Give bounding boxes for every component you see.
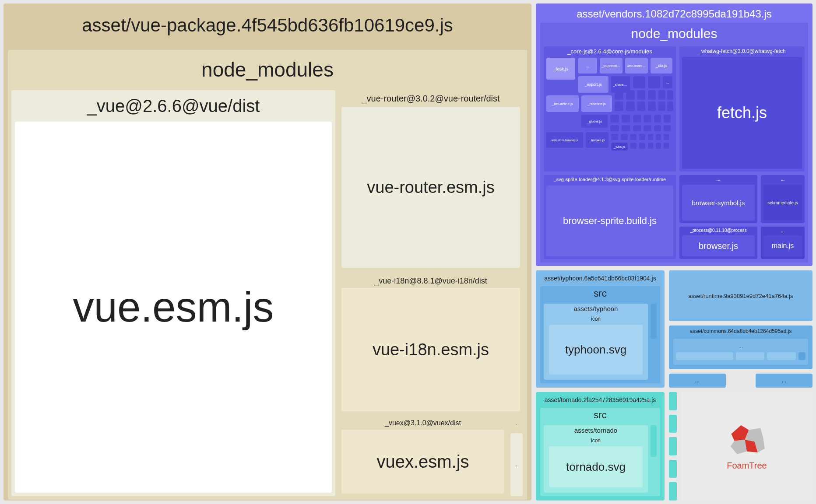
small-cell[interactable] (615, 102, 623, 111)
assets-typhoon[interactable]: assets/typhoon icon typhoon.svg (544, 304, 648, 380)
file-task[interactable]: _task.js (546, 58, 575, 80)
small-cell[interactable] (621, 134, 628, 140)
small-cell[interactable] (667, 90, 673, 100)
small-cell[interactable] (656, 134, 661, 140)
small-cell[interactable] (639, 134, 645, 140)
file-redefine[interactable]: _redefine.js (581, 95, 612, 112)
vue-i18n-dist[interactable]: _vue-i18n@8.8.1@vue-i18n/dist vue-i18n.e… (339, 274, 523, 414)
small-cell[interactable] (658, 90, 665, 100)
chunk-runtime[interactable]: asset/runtime.9a93891e9d72e41a764a.js (669, 270, 812, 321)
file-iter-define[interactable]: _iter-define.js (546, 95, 579, 112)
small-cell[interactable] (654, 125, 661, 131)
small-cell[interactable] (622, 125, 630, 131)
small-cell[interactable] (633, 76, 645, 88)
small-cell[interactable] (664, 143, 669, 149)
chunk-vendors[interactable]: asset/vendors.1082d72c8995da191b43.js no… (536, 4, 812, 266)
file-toprim[interactable]: _to-primitive.js (600, 58, 623, 74)
file-webtimers[interactable]: web.timers.js (625, 58, 648, 74)
small-cell[interactable] (767, 352, 795, 360)
small-cell[interactable] (637, 90, 645, 100)
more-cell[interactable]: ... (510, 417, 523, 430)
small-cell[interactable] (633, 125, 641, 131)
small-cell[interactable] (658, 102, 665, 111)
small-cell[interactable] (610, 115, 619, 122)
chunk-vue-package[interactable]: asset/vue-package.4f545bd636fb10619ce9.j… (4, 4, 531, 500)
assets-tornado[interactable]: assets/tornado icon tornado.svg (544, 425, 648, 493)
src[interactable]: src assets/tornado icon tornado.svg (540, 408, 660, 496)
chunk-tiny-1[interactable]: ... (669, 374, 726, 388)
file-wks[interactable]: _wks.js (611, 143, 628, 150)
file-ctx[interactable]: _ctx.js (651, 58, 672, 74)
small-cell[interactable] (648, 102, 656, 111)
file-webdom[interactable]: web.dom.iterable.js (546, 132, 583, 148)
small-cell[interactable] (676, 352, 733, 360)
small-cell[interactable] (648, 90, 656, 100)
small-fill[interactable] (546, 150, 673, 169)
file-tornado-svg[interactable]: tornado.svg (549, 446, 643, 487)
icon-folder[interactable]: icon tornado.svg (546, 437, 645, 490)
file-export[interactable]: _export.js (578, 76, 608, 93)
file-vue-esm[interactable]: vue.esm.js (15, 122, 332, 493)
small-cell[interactable] (622, 115, 630, 122)
file-typhoon-svg[interactable]: typhoon.svg (549, 325, 643, 374)
small-cell[interactable] (615, 90, 623, 100)
file-fetch[interactable]: fetch.js (682, 57, 802, 169)
file-browser-sprite[interactable]: browser-sprite.build.js (546, 186, 673, 256)
small-cell[interactable] (639, 143, 645, 149)
file-main[interactable]: main.js (763, 235, 802, 256)
small-cell[interactable] (648, 143, 653, 149)
file-global[interactable]: _global.js (581, 115, 608, 128)
node-modules[interactable]: node_modules _core-js@2.6.4@core-js/modu… (540, 23, 808, 262)
file-browser-symbol[interactable]: browser-symbol.js (682, 185, 755, 220)
file-vuex-esm[interactable]: vuex.esm.js (341, 430, 504, 494)
small-cell[interactable] (654, 115, 661, 122)
more-cell[interactable]: ... (510, 433, 523, 496)
wrap-setimmediate[interactable]: ... setimmediate.js (761, 175, 805, 223)
small-cell[interactable] (626, 102, 635, 111)
small-cell[interactable] (651, 425, 657, 457)
svg-sprite-loader[interactable]: _svg-sprite-loader@4.1.3@svg-sprite-load… (544, 175, 676, 259)
small-cell[interactable] (644, 125, 651, 131)
more-cell[interactable]: ... (663, 76, 672, 88)
chunk-tiny-2[interactable]: ... (756, 374, 812, 388)
more-cell[interactable]: ... (578, 58, 597, 74)
commons-inner[interactable]: ... (673, 339, 808, 365)
small-cell[interactable] (656, 143, 661, 149)
file-invoke[interactable]: _invoke.js (586, 132, 608, 148)
small-cell[interactable] (644, 115, 651, 122)
file-i18n-esm[interactable]: vue-i18n.esm.js (341, 288, 520, 411)
small-cell[interactable] (648, 76, 660, 88)
small-cell[interactable] (736, 352, 764, 360)
vue-router-dist[interactable]: _vue-router@3.0.2@vue-router/dist vue-ro… (339, 90, 523, 270)
small-cell[interactable] (798, 352, 805, 360)
icon-folder[interactable]: icon typhoon.svg (546, 315, 645, 377)
src[interactable]: src assets/typhoon icon typhoon.svg (540, 286, 660, 383)
small-cell[interactable] (651, 341, 657, 380)
small-cell[interactable] (610, 125, 619, 131)
chunk-typhoon[interactable]: asset/typhoon.6a5c641db66bc03f1904.js sr… (536, 270, 665, 388)
small-cell[interactable] (630, 134, 637, 140)
file-router-esm[interactable]: vue-router.esm.js (341, 107, 520, 268)
small-cell[interactable] (630, 143, 637, 149)
small-cell[interactable] (626, 90, 635, 100)
small-cell[interactable] (633, 115, 641, 122)
node-modules[interactable]: node_modules _vue@2.6.6@vue/dist vue.esm… (8, 50, 527, 500)
small-cell[interactable] (664, 134, 669, 140)
vue-dist[interactable]: _vue@2.6.6@vue/dist vue.esm.js (11, 90, 335, 496)
small-cell[interactable] (637, 102, 645, 111)
small-cell[interactable] (667, 102, 673, 111)
small-cell[interactable] (664, 115, 671, 122)
vuex-dist[interactable]: _vuex@3.1.0@vuex/dist vuex.esm.js (339, 417, 507, 496)
file-setimmediate[interactable]: setimmediate.js (763, 185, 802, 220)
file-browser[interactable]: browser.js (682, 235, 755, 256)
process[interactable]: _process@0.11.10@process browser.js (679, 227, 757, 259)
small-cell[interactable] (664, 125, 671, 131)
corejs-modules[interactable]: _core-js@2.6.4@core-js/modules _task.js … (544, 46, 676, 172)
small-cell[interactable] (651, 304, 657, 339)
small-cell[interactable] (651, 459, 657, 493)
wrap-browser-symbol[interactable]: ... browser-symbol.js (679, 175, 757, 223)
small-cell[interactable] (611, 134, 618, 140)
wrap-main[interactable]: ... main.js (761, 227, 805, 259)
whatwg-fetch[interactable]: _whatwg-fetch@3.0.0@whatwg-fetch fetch.j… (679, 46, 805, 172)
small-cell[interactable] (648, 134, 653, 140)
